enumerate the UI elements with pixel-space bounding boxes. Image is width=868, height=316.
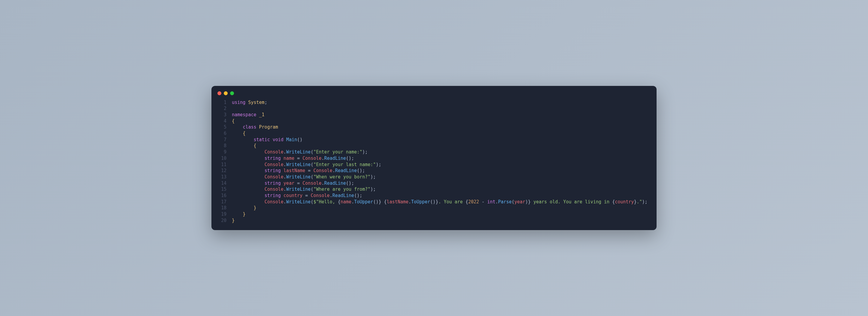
line-number: 18 (211, 205, 232, 211)
code-line[interactable]: 8 { (211, 143, 657, 149)
code-line[interactable]: 11 Console.WriteLine("Enter your last na… (211, 162, 657, 168)
close-icon[interactable] (217, 91, 221, 95)
code-line[interactable]: 3namespace _1 (211, 112, 657, 118)
line-number: 2 (211, 105, 232, 112)
code-content[interactable]: Console.WriteLine("Enter your name:"); (232, 149, 657, 155)
code-content[interactable] (232, 105, 657, 112)
code-line[interactable]: 10 string name = Console.ReadLine(); (211, 155, 657, 162)
code-content[interactable]: string country = Console.ReadLine(); (232, 192, 657, 199)
line-number: 12 (211, 168, 232, 174)
line-number: 14 (211, 180, 232, 186)
code-line[interactable]: 6 { (211, 130, 657, 137)
code-content[interactable]: static void Main() (232, 137, 657, 143)
code-content[interactable]: string lastName = Console.ReadLine(); (232, 168, 657, 174)
line-number: 15 (211, 186, 232, 192)
code-line[interactable]: 18 } (211, 205, 657, 211)
code-line[interactable]: 15 Console.WriteLine("Where are you from… (211, 186, 657, 192)
minimize-icon[interactable] (224, 91, 228, 95)
code-line[interactable]: 9 Console.WriteLine("Enter your name:"); (211, 149, 657, 155)
code-window: 1using System;23namespace _14{5 class Pr… (211, 86, 657, 231)
code-content[interactable]: Console.WriteLine("Enter your last name:… (232, 162, 657, 168)
code-content[interactable]: Console.WriteLine("Where are you from?")… (232, 186, 657, 192)
code-content[interactable]: Console.WriteLine($"Hello, {name.ToUpper… (232, 199, 657, 205)
line-number: 17 (211, 199, 232, 205)
code-line[interactable]: 19 } (211, 211, 657, 217)
line-number: 11 (211, 162, 232, 168)
code-line[interactable]: 14 string year = Console.ReadLine(); (211, 180, 657, 186)
code-content[interactable]: { (232, 130, 657, 137)
line-number: 3 (211, 112, 232, 118)
code-content[interactable]: string year = Console.ReadLine(); (232, 180, 657, 186)
line-number: 19 (211, 211, 232, 217)
line-number: 5 (211, 124, 232, 130)
line-number: 10 (211, 155, 232, 162)
code-line[interactable]: 1using System; (211, 99, 657, 106)
line-number: 8 (211, 143, 232, 149)
code-content[interactable]: class Program (232, 124, 657, 130)
line-number: 7 (211, 137, 232, 143)
code-content[interactable]: { (232, 143, 657, 149)
code-content[interactable]: using System; (232, 99, 657, 106)
code-editor[interactable]: 1using System;23namespace _14{5 class Pr… (211, 98, 657, 231)
code-line[interactable]: 4{ (211, 118, 657, 125)
code-content[interactable]: } (232, 217, 657, 224)
code-line[interactable]: 13 Console.WriteLine("When were you born… (211, 174, 657, 180)
code-line[interactable]: 20} (211, 217, 657, 224)
code-content[interactable]: { (232, 118, 657, 125)
line-number: 13 (211, 174, 232, 180)
code-content[interactable]: } (232, 205, 657, 211)
code-line[interactable]: 17 Console.WriteLine($"Hello, {name.ToUp… (211, 199, 657, 205)
code-line[interactable]: 16 string country = Console.ReadLine(); (211, 192, 657, 199)
code-content[interactable]: Console.WriteLine("When were you born?")… (232, 174, 657, 180)
code-line[interactable]: 12 string lastName = Console.ReadLine(); (211, 168, 657, 174)
maximize-icon[interactable] (230, 91, 234, 95)
line-number: 1 (211, 99, 232, 106)
code-content[interactable]: namespace _1 (232, 112, 657, 118)
line-number: 20 (211, 217, 232, 224)
code-content[interactable]: } (232, 211, 657, 217)
titlebar (211, 86, 657, 98)
line-number: 16 (211, 192, 232, 199)
code-line[interactable]: 2 (211, 105, 657, 112)
code-content[interactable]: string name = Console.ReadLine(); (232, 155, 657, 162)
line-number: 4 (211, 118, 232, 125)
line-number: 9 (211, 149, 232, 155)
line-number: 6 (211, 130, 232, 137)
code-line[interactable]: 7 static void Main() (211, 137, 657, 143)
code-line[interactable]: 5 class Program (211, 124, 657, 130)
